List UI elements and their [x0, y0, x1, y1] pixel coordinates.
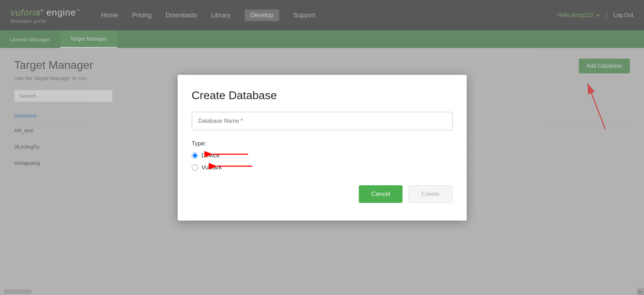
database-name-input[interactable]	[192, 112, 453, 130]
cancel-button[interactable]: Cancel	[359, 185, 403, 203]
modal-title: Create Database	[192, 89, 453, 102]
modal-overlay: Create Database Type: Device	[0, 0, 644, 295]
create-database-modal: Create Database Type: Device	[178, 75, 467, 221]
radio-vumark-label: VuMark	[202, 164, 222, 171]
modal-footer: Cancel Create	[192, 185, 453, 203]
radio-device-item: Device	[192, 152, 453, 159]
type-label: Type:	[192, 140, 453, 147]
create-button[interactable]: Create	[408, 185, 452, 203]
radio-vumark-item: VuMark	[192, 164, 453, 171]
radio-device-label: Device	[202, 152, 220, 159]
type-radio-group: Device VuMark	[192, 152, 453, 171]
radio-vumark[interactable]	[192, 164, 198, 171]
radio-device[interactable]	[192, 152, 198, 159]
